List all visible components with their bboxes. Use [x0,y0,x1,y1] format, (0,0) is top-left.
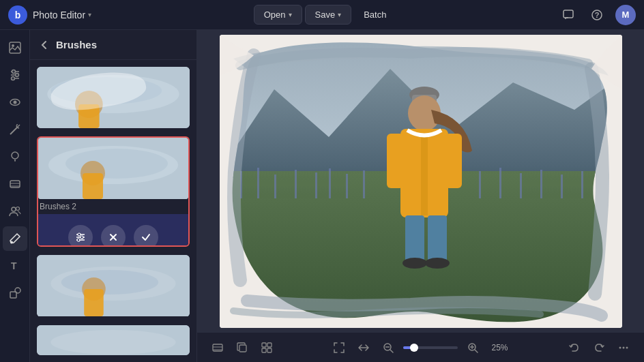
icon-bar-brush[interactable] [3,226,27,251]
svg-point-94 [626,346,628,348]
icon-bar-eye[interactable] [3,90,27,115]
svg-point-38 [77,239,80,241]
svg-point-13 [12,152,18,159]
brush-item-1[interactable]: Brushes 1 [37,67,190,128]
fit-width-icon[interactable] [354,338,373,357]
icon-bar-shapes[interactable] [3,281,27,305]
svg-rect-62 [540,170,542,198]
app-title-label: Photo Editor [33,10,85,20]
svg-rect-74 [428,215,447,263]
redo-icon[interactable] [589,338,609,357]
icon-bar-image[interactable] [3,35,27,60]
svg-rect-27 [78,104,100,128]
svg-rect-56 [329,168,331,198]
svg-rect-80 [239,345,246,352]
topbar-center: Open ▾ Save ▾ Batch [254,5,396,25]
svg-point-93 [623,346,625,348]
svg-rect-83 [262,348,266,352]
icon-bar: T [0,30,30,362]
copy-icon[interactable] [233,338,252,357]
app-title-button[interactable]: Photo Editor ▾ [33,10,91,20]
svg-rect-73 [405,215,424,263]
batch-button[interactable]: Batch [354,5,396,24]
app-title-chevron: ▾ [88,11,91,18]
svg-point-12 [13,101,16,104]
svg-rect-32 [83,173,103,199]
brush-thumbnail-1 [37,67,190,128]
bottom-center: 25% [330,338,512,357]
layers-icon[interactable] [208,338,227,357]
brush-thumbnail-5 [37,325,190,355]
zoom-in-icon[interactable] [463,338,482,357]
svg-point-43 [61,270,159,295]
svg-rect-81 [262,343,266,347]
svg-rect-72 [445,134,462,188]
svg-point-19 [10,241,13,244]
svg-line-91 [475,350,478,352]
icon-bar-text[interactable]: T [3,254,27,278]
icon-bar-people[interactable] [3,199,27,224]
svg-rect-70 [421,134,428,215]
topbar: b Photo Editor ▾ Open ▾ Save ▾ Batch [0,0,644,30]
svg-rect-55 [315,172,317,198]
brush-item-2[interactable]: Brushes 2 [37,136,190,247]
svg-point-4 [12,44,14,47]
canvas-workspace[interactable] [197,30,644,332]
more-options-icon[interactable] [614,338,633,357]
avatar[interactable]: M [615,5,636,25]
grid-icon[interactable] [257,338,276,357]
help-icon[interactable]: ? [587,5,607,25]
svg-point-22 [15,288,20,293]
brush-label-2: Brushes 2 [38,199,188,214]
undo-icon[interactable] [565,338,584,357]
brush-settings-icon[interactable] [68,225,93,247]
svg-rect-53 [274,175,276,198]
back-button[interactable] [38,39,50,51]
brush-control-icons [68,225,158,247]
svg-rect-60 [499,168,501,198]
icon-bar-magic[interactable] [3,117,27,142]
svg-rect-84 [267,348,272,352]
bottom-bar: 25% [197,332,644,362]
brushes-panel: Brushes Brushes 1 [30,30,197,362]
icon-bar-adjustments[interactable] [3,63,27,87]
zoom-slider[interactable] [403,346,458,349]
topbar-right: ? M [558,5,636,25]
svg-rect-58 [363,170,365,198]
panel-title: Brushes [56,39,97,50]
app-logo: b [8,5,27,25]
panel-scroll: Brushes 1 Brushes 2 [30,60,196,362]
bottom-right [565,338,633,357]
svg-point-17 [12,207,16,211]
svg-text:T: T [11,260,17,271]
svg-point-75 [402,258,427,269]
brush-control-panel [38,214,188,247]
zoom-percent: 25% [488,343,512,352]
svg-rect-61 [520,173,522,198]
svg-rect-82 [267,343,272,347]
brush-thumbnail-4 [37,255,190,316]
photo-scene [220,35,622,328]
svg-rect-59 [479,171,481,198]
svg-point-76 [425,258,450,269]
brush-item-4[interactable]: Brushes 4 [37,255,190,316]
fit-screen-icon[interactable] [330,338,349,357]
brush-item-5[interactable] [37,325,190,355]
brush-close-icon[interactable] [101,225,126,247]
svg-point-18 [16,207,19,211]
svg-rect-57 [346,174,348,198]
brush-confirm-icon[interactable] [134,225,158,247]
save-button[interactable]: Save ▾ [305,5,352,25]
brush-thumbnail-2 [38,138,188,199]
icon-bar-paint[interactable] [3,145,27,169]
open-button[interactable]: Open ▾ [254,5,302,25]
svg-point-10 [11,77,14,80]
svg-rect-54 [295,170,297,198]
svg-point-37 [80,236,83,239]
svg-rect-52 [257,168,259,198]
svg-rect-0 [564,10,573,18]
zoom-out-icon[interactable] [379,338,398,357]
svg-point-36 [78,233,80,236]
chat-icon[interactable] [558,5,579,25]
icon-bar-layers[interactable] [3,172,27,196]
